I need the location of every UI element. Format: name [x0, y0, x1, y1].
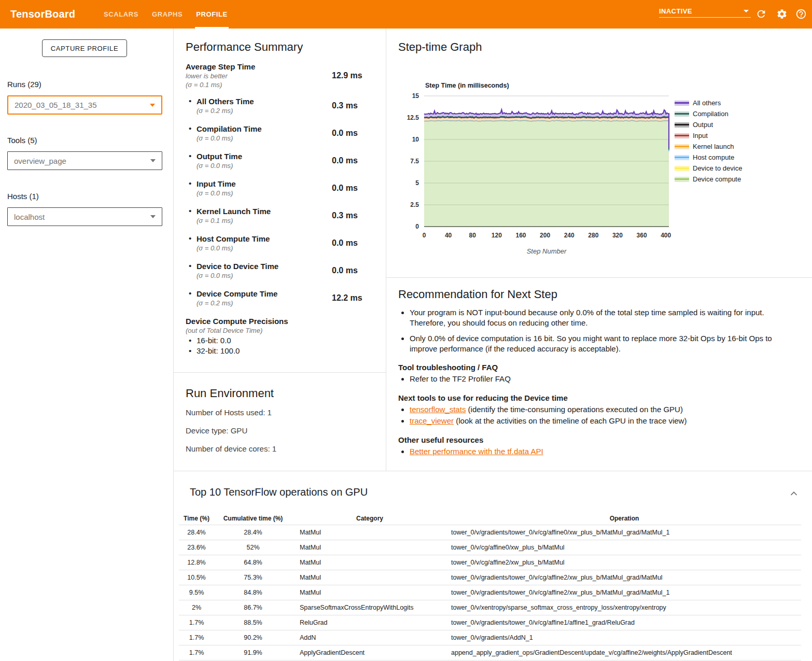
legend-item-host-compute[interactable]: Host compute — [675, 152, 742, 163]
bullet: • — [189, 96, 191, 105]
graph-rec-divider — [386, 277, 812, 278]
tab-scalars[interactable]: SCALARS — [104, 0, 138, 29]
legend-label: Device to device — [693, 164, 742, 172]
hosts-label: Hosts (1) — [7, 192, 39, 201]
legend-item-device-compute[interactable]: Device compute — [675, 174, 742, 185]
tensorflow-stats-link[interactable]: tensorflow_stats — [410, 405, 466, 414]
tab-graphs[interactable]: GRAPHS — [152, 0, 183, 29]
help-icon[interactable] — [795, 8, 807, 20]
table-row: 23.6%52%MatMultower_0/v/cg/affine0/xw_pl… — [179, 540, 801, 555]
better-performance-with-the-tf-data-api-link[interactable]: Better performance with the tf.data API — [410, 447, 543, 456]
run-environment-title: Run Environment — [186, 387, 379, 400]
tensorboard-profile-page: TensorBoard SCALARSGRAPHSPROFILE INACTIV… — [0, 0, 812, 661]
table-row: 28.4%28.4%MatMultower_0/v/gradients/towe… — [179, 525, 801, 540]
legend-item-input[interactable]: Input — [675, 130, 742, 141]
svg-text:10: 10 — [412, 136, 419, 143]
chevron-down-icon — [744, 10, 749, 12]
svg-text:Step Time (in milliseconds): Step Time (in milliseconds) — [425, 82, 509, 89]
performance-summary-title: Performance Summary — [186, 40, 379, 54]
status-dropdown[interactable]: INACTIVE — [659, 5, 751, 18]
bullet: • — [189, 179, 191, 188]
recommendation-section: Recommendation for Next Step Your progra… — [398, 288, 802, 458]
legend-item-all-others[interactable]: All others — [675, 97, 742, 108]
precisions-list: •16-bit: 0.0•32-bit: 100.0 — [186, 335, 379, 356]
table-row: 9.5%84.8%MatMultower_0/v/gradients/tower… — [179, 585, 801, 600]
step-time-graph-title: Step-time Graph — [398, 40, 482, 54]
svg-text:240: 240 — [564, 232, 575, 239]
svg-text:40: 40 — [445, 232, 452, 239]
top-ops-section: Top 10 TensorFlow operations on GPU Time… — [173, 471, 812, 661]
tools-dropdown[interactable]: overview_page — [7, 151, 162, 170]
legend-label: Kernel launch — [693, 143, 734, 150]
legend-label: Output — [693, 121, 713, 129]
chevron-down-icon — [150, 104, 155, 107]
perf-item: •Device Compute Time(σ = 0.2 ms)12.2 ms — [186, 289, 379, 307]
bullet: • — [189, 261, 191, 270]
precision-item: •16-bit: 0.0 — [186, 335, 379, 346]
svg-text:320: 320 — [612, 232, 623, 239]
svg-text:280: 280 — [588, 232, 598, 239]
perf-item: •Input Time(σ = 0.0 ms)0.0 ms — [186, 179, 379, 198]
hosts-dropdown[interactable]: localhost — [7, 207, 162, 226]
svg-text:200: 200 — [540, 232, 550, 239]
perf-item: •Host Compute Time(σ = 0.0 ms)0.0 ms — [186, 234, 379, 252]
perf-item: •Kernel Launch Time(σ = 0.1 ms)0.3 ms — [186, 206, 379, 225]
recommendation-body: Your program is NOT input-bound because … — [398, 307, 802, 456]
svg-text:160: 160 — [515, 232, 526, 239]
perf-runenv-divider — [174, 372, 386, 373]
average-step-time-sigma: (σ = 0.1 ms) — [186, 80, 379, 89]
chevron-down-icon — [150, 215, 156, 218]
capture-profile-button[interactable]: CAPTURE PROFILE — [42, 39, 127, 57]
svg-text:80: 80 — [469, 232, 477, 239]
legend-label: Input — [693, 132, 708, 139]
recommendation-item: trace_viewer (look at the activities on … — [410, 416, 802, 426]
recommendation-bullet: Your program is NOT input-bound because … — [410, 307, 802, 328]
table-header-row: Time (%)Cumulative time (%)CategoryOpera… — [179, 512, 801, 525]
refresh-icon[interactable] — [755, 8, 767, 20]
average-step-time-value: 12.9 ms — [332, 71, 362, 80]
gear-icon[interactable] — [776, 8, 788, 20]
column-header: Time (%) — [179, 512, 214, 525]
bullet: • — [189, 206, 191, 215]
legend-item-device-to-device[interactable]: Device to device — [675, 163, 742, 174]
bullet: • — [189, 151, 191, 160]
column-header: Operation — [447, 512, 801, 525]
perf-item: •Device to Device Time(σ = 0.0 ms)0.0 ms — [186, 261, 379, 280]
trace-viewer-link[interactable]: trace_viewer — [410, 416, 454, 425]
average-step-time: Average Step Time lower is better (σ = 0… — [186, 62, 379, 89]
top-ops-title: Top 10 TensorFlow operations on GPU — [190, 486, 368, 498]
perf-item: •All Others Time(σ = 0.2 ms)0.3 ms — [186, 96, 379, 115]
perf-item: •Output Time(σ = 0.0 ms)0.0 ms — [186, 151, 379, 170]
legend-item-compilation[interactable]: Compilation — [675, 108, 742, 119]
run-environment-section: Run Environment Number of Hosts used: 1D… — [186, 387, 379, 462]
legend-label: Host compute — [693, 153, 734, 161]
legend-item-output[interactable]: Output — [675, 119, 742, 130]
column-divider — [386, 29, 386, 471]
table-row: 2%86.7%SparseSoftmaxCrossEntropyWithLogi… — [179, 600, 801, 615]
perf-item: •Compilation Time(σ = 0.0 ms)0.0 ms — [186, 124, 379, 143]
legend-swatch — [675, 177, 689, 182]
app-title: TensorBoard — [10, 0, 75, 29]
recommendation-item: Refer to the TF2 Profiler FAQ — [410, 374, 802, 384]
legend-label: All others — [693, 99, 721, 107]
step-time-chart[interactable]: 02.557.51012.515040801201602002402803203… — [394, 77, 812, 263]
performance-items: •All Others Time(σ = 0.2 ms)0.3 ms•Compi… — [186, 96, 379, 307]
runs-dropdown-value: 2020_03_05_18_31_35 — [15, 101, 97, 109]
bullet: • — [189, 124, 191, 133]
top-ops-table: Time (%)Cumulative time (%)CategoryOpera… — [179, 512, 801, 660]
table-row: 1.7%90.2%AddNtower_0/v/gradients/AddN_1 — [179, 630, 801, 645]
collapse-chevron-up-icon[interactable] — [788, 488, 800, 500]
svg-text:Step Number: Step Number — [527, 247, 567, 255]
run-environment-line: Device type: GPU — [186, 426, 379, 435]
bullet: • — [189, 234, 191, 243]
legend-item-kernel-launch[interactable]: Kernel launch — [675, 141, 742, 152]
svg-text:400: 400 — [661, 232, 671, 239]
run-environment-line: Number of device cores: 1 — [186, 444, 379, 454]
recommendation-subheading: Next tools to use for reducing the Devic… — [398, 393, 802, 403]
tab-profile[interactable]: PROFILE — [196, 0, 228, 29]
table-row: 12.8%64.8%MatMultower_0/v/cg/affine2/xw_… — [179, 555, 801, 570]
precisions-note: (out of Total Device Time) — [186, 326, 379, 335]
legend-label: Compilation — [693, 110, 729, 118]
runs-dropdown[interactable]: 2020_03_05_18_31_35 — [7, 95, 162, 115]
legend-swatch — [675, 111, 689, 117]
